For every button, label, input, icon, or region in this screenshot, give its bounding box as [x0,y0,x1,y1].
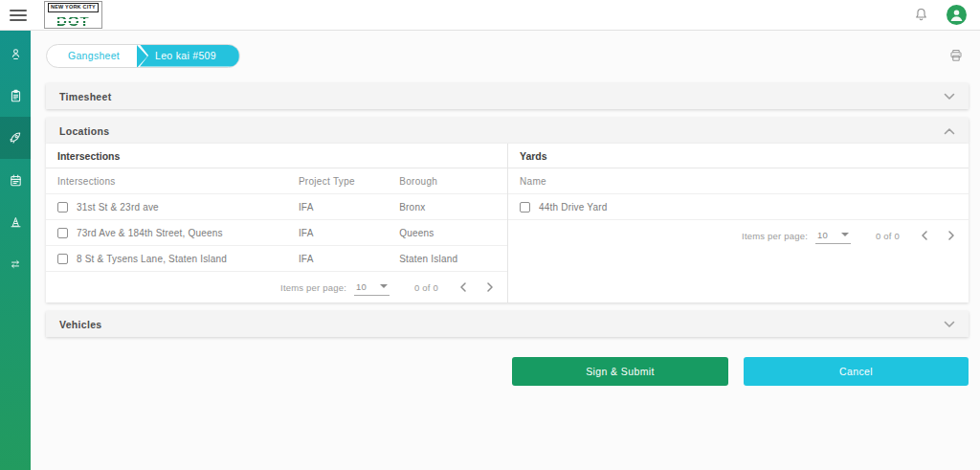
page-size-value: 10 [356,281,367,292]
previous-page-icon[interactable] [921,231,928,240]
caret-down-icon [380,284,388,288]
breadcrumb: Gangsheet Leo kai #509 [46,44,240,68]
vehicles-title: Vehicles [59,319,101,330]
locations-content: Intersections Intersections Project Type… [46,144,969,302]
sidebar-item-crew[interactable] [0,33,31,75]
borough-value: Staten Island [399,254,496,264]
yard-name: 44th Drive Yard [539,202,608,213]
traffic-cone-icon [9,215,23,230]
row-checkbox[interactable] [520,202,530,213]
yards-table-header: Name [508,168,969,194]
timesheet-section-header[interactable]: Timesheet [46,83,969,109]
user-avatar[interactable] [947,5,967,25]
table-row[interactable]: 31st St & 23rd ave IFA Bronx [46,194,507,220]
intersections-table-header: Intersections Project Type Borough [46,168,507,194]
table-row[interactable]: 44th Drive Yard [508,194,969,220]
timesheet-panel: Timesheet [46,83,969,109]
sidebar-item-schedule[interactable] [0,159,31,201]
next-page-icon[interactable] [947,231,955,240]
page-size-value: 10 [817,230,828,240]
calendar-icon [9,173,23,188]
yards-table: Yards Name 44th Drive Yard Items per pag… [507,144,969,302]
project-type-value: IFA [299,202,399,213]
intersections-table-title: Intersections [46,144,507,168]
items-per-page-label: Items per page: [280,282,346,293]
person-pin-icon [9,47,23,61]
sidebar-item-work-zones[interactable] [0,201,31,243]
yards-paginator: Items per page: 10 0 of 0 [508,220,969,251]
intersections-table: Intersections Intersections Project Type… [46,144,507,302]
breadcrumb-current: Leo kai #509 [140,45,239,67]
chevron-up-icon [944,127,955,135]
intersection-name: 8 St & Tysens Lane, Staten Island [77,254,227,264]
chevron-down-icon [944,321,955,328]
project-type-value: IFA [299,254,399,264]
top-header: NEW YORK CITY DOT [0,0,980,31]
previous-page-icon[interactable] [459,282,467,292]
sidebar-item-gangsheet[interactable] [0,117,31,159]
timesheet-title: Timesheet [59,91,111,102]
range-label: 0 of 0 [876,231,900,241]
col-borough: Borough [399,176,496,187]
sidebar-nav [0,31,31,470]
locations-section-header[interactable]: Locations [46,118,969,144]
caret-down-icon [841,233,849,236]
borough-value: Queens [399,228,496,238]
sidebar-item-assignments[interactable] [0,75,31,117]
yards-table-title: Yards [508,144,969,168]
cancel-button[interactable]: Cancel [744,357,969,386]
vehicles-panel: Vehicles [46,311,969,337]
col-project-type: Project Type [299,176,399,187]
page-size-select[interactable]: 10 [815,228,851,244]
nyc-dot-logo: NEW YORK CITY DOT [44,1,102,29]
range-label: 0 of 0 [414,282,438,293]
row-checkbox[interactable] [57,228,68,238]
col-name: Name [520,176,957,187]
repeat-arrows-icon [9,257,22,271]
col-intersections: Intersections [57,176,299,187]
row-checkbox[interactable] [57,254,68,264]
intersection-name: 31st St & 23rd ave [77,202,159,213]
table-row[interactable]: 8 St & Tysens Lane, Staten Island IFA St… [46,246,507,272]
action-buttons: Sign & Submit Cancel [46,357,969,386]
vehicles-section-header[interactable]: Vehicles [46,311,969,337]
table-row[interactable]: 73rd Ave & 184th Street, Queens IFA Quee… [46,220,507,246]
breadcrumb-gangsheet[interactable]: Gangsheet [47,45,137,67]
rocket-icon [8,130,23,145]
row-checkbox[interactable] [57,202,68,213]
main-content: Gangsheet Leo kai #509 Timesheet [31,31,980,470]
print-icon[interactable] [946,45,967,66]
notifications-bell-icon[interactable] [910,5,931,26]
app-window: NEW YORK CITY DOT [0,0,980,470]
project-type-value: IFA [299,228,399,238]
logo-text-top: NEW YORK CITY [48,3,99,12]
items-per-page-label: Items per page: [742,231,808,241]
breadcrumb-row: Gangsheet Leo kai #509 [46,43,969,68]
borough-value: Bronx [399,202,496,213]
logo-text-dot: DOT [56,13,90,28]
sidebar-item-transfers[interactable] [0,243,31,285]
locations-panel: Locations Intersections Intersections Pr… [46,118,969,302]
locations-title: Locations [59,125,109,137]
chevron-down-icon [944,93,955,101]
page-size-select[interactable]: 10 [354,280,390,296]
next-page-icon[interactable] [486,282,494,292]
intersection-name: 73rd Ave & 184th Street, Queens [77,228,223,238]
hamburger-menu-icon[interactable] [10,10,27,21]
clipboard-icon [9,89,23,103]
sign-submit-button[interactable]: Sign & Submit [512,357,728,386]
intersections-paginator: Items per page: 10 0 of 0 [46,272,507,302]
